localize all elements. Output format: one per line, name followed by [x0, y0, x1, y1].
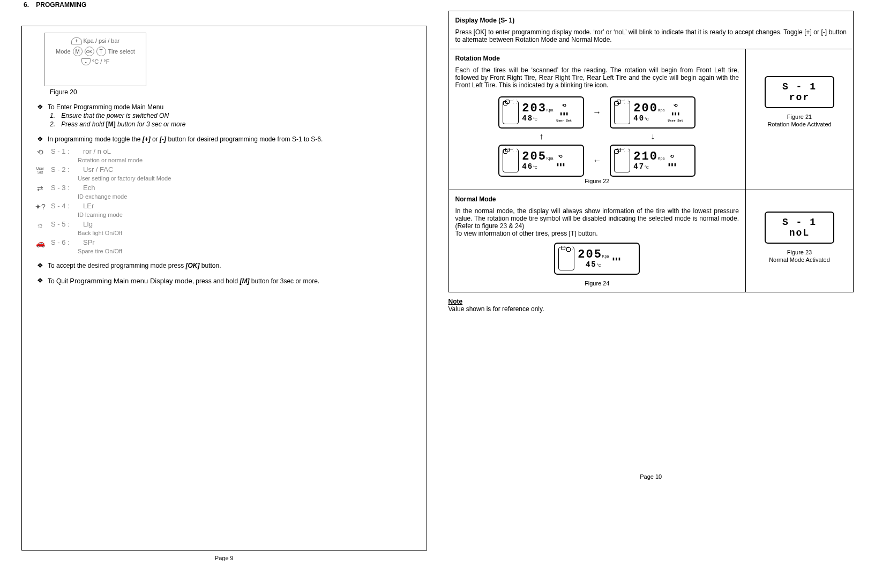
rl-temp: 46: [522, 162, 533, 171]
pressure-unit: Kpa: [602, 254, 609, 258]
lcd-line2: ror: [789, 93, 810, 102]
mode-s5: ☼ S - 5 : LIg: [35, 220, 420, 230]
battery-icon: ▮▮▮: [612, 256, 620, 262]
bullet-text: To accept the desired programming mode p…: [48, 262, 420, 269]
rotation-side: S - 1 ror Figure 21 Rotation Mode Activa…: [746, 49, 853, 190]
rotation-icon: ⟲: [670, 154, 674, 160]
rotation-icon: ⟲: [558, 154, 563, 160]
normal-pressure: 205: [578, 248, 602, 261]
unit-label: Kpa / psi / bar: [83, 37, 119, 44]
normal-side: S - 1 noL Figure 23 Normal Mode Activate…: [746, 190, 853, 292]
section-number: 6.: [24, 1, 29, 9]
ok-button-icon: OK: [85, 47, 94, 56]
b4-big: Programming Main menu Display mode: [70, 277, 192, 285]
arrow-up-icon: ↑: [539, 132, 543, 141]
pressure-unit: Kpa: [547, 156, 553, 160]
page-number-left: Page 9: [21, 555, 427, 561]
note-block: Note Value shown is for reference only.: [448, 298, 854, 313]
b2-btn1: [+]: [143, 135, 151, 143]
battery-icon: ▮▮▮: [556, 162, 565, 168]
mode-code: S - 6 :: [51, 238, 78, 246]
b4-mid: , press and hold: [192, 277, 240, 285]
lcd-tile-fr: 200Kpa 40°C ⟲▮▮▮User Set: [610, 96, 695, 129]
normal-title: Normal Mode: [455, 195, 496, 203]
b2-btn2: [-]: [160, 135, 166, 143]
mode-value: LIg: [83, 220, 93, 228]
lcd-tile-normal: 205Kpa 45°C ▮▮▮: [554, 243, 640, 275]
bullet-quit-programming: ❖ To Quit Programming Main menu Display …: [37, 277, 420, 285]
figure-23-caption: Figure 23: [752, 249, 847, 255]
mode-value: SPr: [83, 238, 95, 246]
battery-icon: ▮▮▮: [671, 111, 680, 117]
car-icon: [558, 247, 574, 270]
temp-unit: °C: [533, 117, 537, 121]
step2-pre: Press and hold: [61, 120, 106, 128]
mode-s6: 🚗 S - 6 : SPr: [35, 238, 420, 248]
sub-step-2: 2. Press and hold [M] button for 3 sec o…: [50, 120, 420, 128]
mode-desc: User setting or factory default Mode: [78, 175, 420, 182]
mode-code: S - 1 :: [51, 147, 78, 155]
car-icon: [503, 149, 519, 172]
mode-code: S - 5 :: [51, 220, 78, 228]
figure-21-caption: Figure 21: [752, 114, 847, 120]
step2-post: button for 3 sec or more: [116, 120, 186, 128]
temp-unit-label: °C / °F: [92, 58, 110, 65]
lcd-line1: S - 1: [782, 217, 817, 227]
fr-pressure: 200: [633, 102, 658, 115]
temp-unit: °C: [597, 263, 601, 267]
plus-button-icon: +: [71, 37, 82, 44]
page-spread: 6. PROGRAMMING + Kpa / psi / bar Mode M …: [0, 0, 875, 572]
rotation-icon: ⟲: [562, 103, 566, 109]
note-label: Note: [448, 298, 463, 305]
mode-code: S - 4 :: [51, 202, 78, 210]
lcd-tile-fl: 203Kpa 48°C ⟲▮▮▮User Set: [498, 96, 584, 129]
figure-20-diagram: + Kpa / psi / bar Mode M OK T Tire selec…: [44, 33, 146, 86]
backlight-icon: ☼: [35, 220, 46, 230]
mode-desc: Rotation or normal mode: [78, 157, 420, 163]
programming-mode-list: ⟲ S - 1 : ror / n oL Rotation or normal …: [35, 147, 420, 254]
bullet-icon: ❖: [37, 277, 43, 284]
left-page-body: + Kpa / psi / bar Mode M OK T Tire selec…: [21, 26, 427, 551]
exchange-icon: ⇄: [35, 184, 46, 193]
figure-23-subcaption: Normal Mode Activated: [752, 257, 847, 263]
car-icon: [503, 101, 519, 124]
normal-mode-row: Normal Mode In the normal mode, the disp…: [449, 190, 854, 292]
fl-pressure: 203: [522, 102, 547, 115]
mode-desc: ID exchange mode: [78, 193, 420, 200]
mode-s3: ⇄ S - 3 : Ech: [35, 184, 420, 193]
rotation-main: Rotation Mode Each of the tires will be …: [449, 49, 746, 190]
rotation-title: Rotation Mode: [455, 55, 500, 62]
pressure-unit: Kpa: [547, 108, 553, 112]
display-mode-body: Press [OK] to enter programming display …: [455, 28, 847, 43]
bullet-text: To Enter Programming mode Main Menu: [48, 103, 420, 111]
rotation-grid: 203Kpa 48°C ⟲▮▮▮User Set → 200Kpa 40°C: [455, 96, 739, 177]
left-page: 6. PROGRAMMING + Kpa / psi / bar Mode M …: [21, 11, 427, 561]
m-button-icon: M: [73, 47, 83, 56]
bullet-icon: ❖: [37, 103, 43, 110]
b4-pre: To Quit: [48, 277, 70, 285]
fl-temp: 48: [522, 114, 533, 123]
userset-label: User Set: [556, 119, 572, 123]
right-page: Display Mode (S- 1) Press [OK] to enter …: [448, 11, 854, 561]
car-icon: [614, 101, 630, 124]
fr-temp: 40: [633, 114, 645, 123]
rotation-body: Each of the tires will be ‘scanned’ for …: [455, 66, 739, 89]
normal-body2: To view information of other tires, pres…: [455, 230, 739, 237]
section-heading: 6. PROGRAMMING: [24, 1, 427, 9]
b3-pre: To accept the desired programming mode p…: [48, 262, 185, 269]
userset-icon: User Set: [35, 165, 46, 175]
rr-temp: 47: [633, 162, 645, 171]
b2-post: button for desired programming mode from…: [166, 135, 323, 143]
lcd-tile-rl: 205Kpa 46°C ⟲▮▮▮: [498, 145, 584, 177]
figure-22-caption: Figure 22: [455, 178, 739, 184]
t-button-icon: T: [96, 47, 106, 56]
bullet-text: To Quit Programming Main menu Display mo…: [48, 277, 420, 285]
mode-code: S - 2 :: [51, 165, 78, 174]
spare-tire-icon: 🚗: [35, 238, 46, 248]
pressure-unit: Kpa: [658, 156, 664, 160]
mode-value: LEr: [83, 202, 94, 210]
mode-code: S - 3 :: [51, 184, 78, 192]
battery-icon: ▮▮▮: [668, 162, 676, 168]
b3-btn: [OK]: [185, 262, 199, 269]
display-mode-header: Display Mode (S- 1) Press [OK] to enter …: [449, 11, 854, 49]
